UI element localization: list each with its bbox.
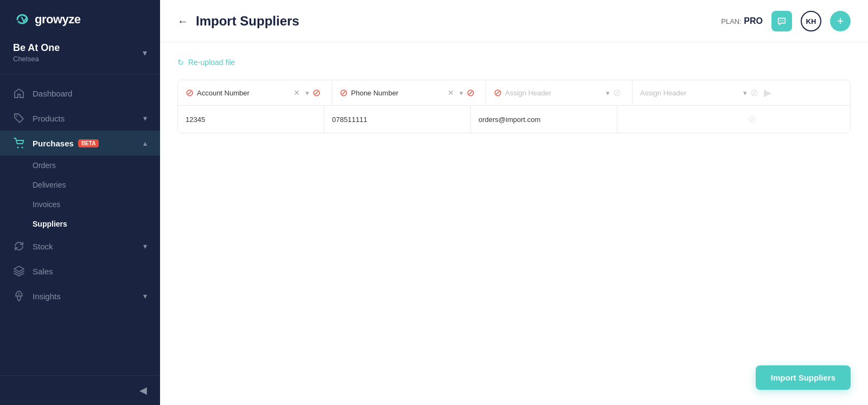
sidebar-item-orders[interactable]: Orders: [0, 156, 160, 175]
purchases-chevron-icon: ▴: [143, 139, 147, 147]
sidebar-business[interactable]: Be At One Chelsea ▾: [0, 37, 160, 74]
add-button[interactable]: +: [830, 11, 851, 31]
content-area: ↻ Re-upload file ⊘ ✕ ▾ ⊘ ⊘: [160, 43, 868, 405]
growyze-logo-icon: [13, 11, 30, 28]
chat-button[interactable]: [771, 11, 792, 31]
col-no-icon-3[interactable]: ⊘: [494, 87, 502, 99]
col-delete-phone-number[interactable]: ⊘: [467, 87, 475, 99]
sidebar-item-sales-label: Sales: [33, 267, 53, 276]
business-chevron-icon: ▾: [143, 48, 147, 58]
col-clear-phone-number[interactable]: ✕: [448, 88, 454, 97]
home-icon: [13, 87, 25, 99]
col-assign-placeholder-2: Assign Header: [640, 89, 686, 97]
svg-point-6: [783, 20, 784, 21]
cell-phone-number: 078511111: [324, 106, 471, 133]
user-avatar[interactable]: KH: [801, 11, 821, 31]
col-delete-account-number[interactable]: ⊘: [312, 87, 321, 99]
svg-point-5: [781, 20, 782, 21]
plan-info: PLAN: PRO: [721, 16, 763, 26]
import-table: ⊘ ✕ ▾ ⊘ ⊘ ✕ ▾ ⊘: [177, 80, 851, 133]
svg-point-0: [16, 115, 17, 117]
main-content: ← Import Suppliers PLAN: PRO KH + ↻: [160, 0, 868, 405]
col-no-icon-1[interactable]: ⊘: [186, 87, 194, 99]
col-header-inner-4: Assign Header ▾: [640, 89, 747, 97]
refresh-icon: [13, 240, 25, 252]
plan-label: PLAN:: [721, 17, 742, 25]
col-clear-account-number[interactable]: ✕: [293, 88, 300, 97]
purchases-beta-badge: Beta: [78, 139, 99, 147]
col-header-inner-3: Assign Header ▾: [505, 89, 610, 97]
col-header-assign-2: Assign Header ▾ ⊘ ▶: [633, 80, 779, 105]
col-delete-assign-1[interactable]: ⊘: [613, 87, 621, 99]
col-header-account-number: ⊘ ✕ ▾ ⊘: [178, 80, 332, 105]
sidebar-item-purchases-label: Purchases: [33, 139, 74, 148]
col-header-phone-number: ⊘ ✕ ▾ ⊘: [332, 80, 486, 105]
cell-empty: ⊘: [617, 106, 764, 133]
cell-account-number-value: 12345: [186, 115, 205, 124]
table-data-row: 12345 078511111 orders@import.com ⊘: [178, 106, 850, 133]
collapse-icon[interactable]: ◀: [139, 384, 147, 396]
chat-icon: [777, 16, 787, 26]
header-right: PLAN: PRO KH +: [721, 11, 851, 31]
sidebar: growyze Be At One Chelsea ▾ Dashboard Pr…: [0, 0, 160, 405]
sidebar-item-products[interactable]: Products ▾: [0, 106, 160, 131]
rocket-icon: [13, 290, 25, 302]
col-extra-icon: ▶: [764, 87, 771, 99]
plan-value: PRO: [744, 16, 763, 25]
sidebar-item-purchases[interactable]: Purchases Beta ▴: [0, 131, 160, 156]
sidebar-item-sales[interactable]: Sales: [0, 259, 160, 284]
reupload-label: Re-upload file: [188, 58, 235, 67]
sidebar-item-products-label: Products: [33, 114, 65, 123]
col-assign-placeholder-1: Assign Header: [505, 89, 551, 97]
sidebar-collapse[interactable]: ◀: [0, 375, 160, 405]
cell-email-value: orders@import.com: [478, 115, 540, 124]
cell-phone-number-value: 078511111: [332, 115, 367, 124]
page-title: Import Suppliers: [196, 14, 299, 29]
svg-point-2: [22, 147, 23, 149]
sidebar-item-dashboard[interactable]: Dashboard: [0, 81, 160, 106]
sidebar-item-deliveries[interactable]: Deliveries: [0, 175, 160, 195]
col-chevron-phone-number[interactable]: ▾: [459, 89, 463, 97]
reupload-icon: ↻: [177, 58, 184, 67]
sidebar-item-insights-label: Insights: [33, 292, 61, 301]
purchases-subnav: Orders Deliveries Invoices Suppliers: [0, 156, 160, 234]
sidebar-item-insights[interactable]: Insights ▾: [0, 284, 160, 308]
sidebar-nav: Dashboard Products ▾ Purchases Beta ▴ Or…: [0, 74, 160, 375]
svg-point-1: [17, 147, 19, 149]
svg-point-4: [780, 20, 781, 21]
col-delete-assign-2[interactable]: ⊘: [750, 87, 758, 99]
col-header-assign-1: ⊘ Assign Header ▾ ⊘: [486, 80, 633, 105]
col-input-account-number[interactable]: [197, 89, 288, 97]
header-left: ← Import Suppliers: [177, 14, 299, 29]
business-name: Be At One: [13, 42, 60, 54]
sidebar-item-suppliers[interactable]: Suppliers: [0, 214, 160, 234]
table-header-row: ⊘ ✕ ▾ ⊘ ⊘ ✕ ▾ ⊘: [178, 80, 850, 106]
col-chevron-assign-1[interactable]: ▾: [606, 89, 610, 97]
col-no-icon-2[interactable]: ⊘: [340, 87, 348, 99]
col-header-inner-2: ✕ ▾: [351, 88, 463, 97]
business-info: Be At One Chelsea: [13, 42, 60, 63]
import-suppliers-button[interactable]: Import Suppliers: [756, 365, 851, 390]
col-input-phone-number[interactable]: [351, 89, 442, 97]
products-chevron-icon: ▾: [143, 114, 147, 123]
sidebar-item-stock[interactable]: Stock ▾: [0, 234, 160, 259]
header: ← Import Suppliers PLAN: PRO KH +: [160, 0, 868, 43]
svg-point-3: [18, 293, 20, 295]
tag-icon: [13, 112, 25, 124]
col-header-inner-1: ✕ ▾: [197, 88, 309, 97]
stock-chevron-icon: ▾: [143, 242, 147, 250]
col-chevron-account-number[interactable]: ▾: [305, 89, 309, 97]
insights-chevron-icon: ▾: [143, 292, 147, 300]
sidebar-logo: growyze: [0, 0, 160, 37]
sidebar-item-stock-label: Stock: [33, 242, 53, 251]
cell-no-icon: ⊘: [748, 113, 756, 125]
reupload-file-button[interactable]: ↻ Re-upload file: [177, 58, 851, 67]
back-button[interactable]: ←: [177, 15, 188, 28]
cell-email: orders@import.com: [471, 106, 617, 133]
logo-text: growyze: [35, 12, 81, 27]
cart-icon: [13, 137, 25, 149]
layers-icon: [13, 265, 25, 277]
col-chevron-assign-2[interactable]: ▾: [743, 89, 747, 97]
sidebar-item-invoices[interactable]: Invoices: [0, 195, 160, 214]
business-location: Chelsea: [13, 55, 60, 63]
